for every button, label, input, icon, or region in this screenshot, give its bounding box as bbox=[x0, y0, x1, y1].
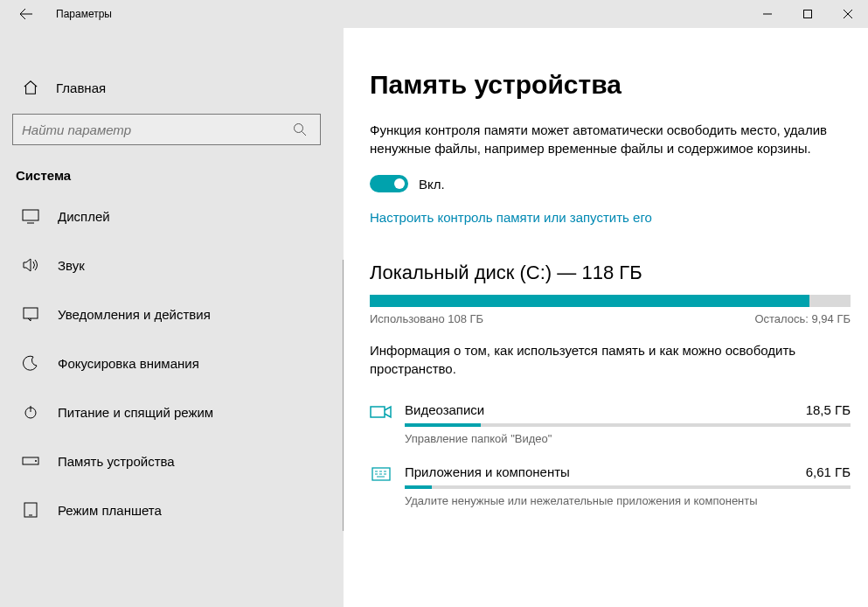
sidebar-item-label: Фокусировка внимания bbox=[58, 356, 199, 371]
moon-icon bbox=[19, 355, 42, 371]
sidebar-item-notifications[interactable]: Уведомления и действия bbox=[12, 290, 321, 338]
category-bar bbox=[405, 423, 851, 427]
used-label: Использовано 108 ГБ bbox=[370, 312, 483, 325]
sidebar-home[interactable]: Главная bbox=[12, 66, 344, 108]
apps-icon bbox=[370, 464, 405, 482]
category-bar-fill bbox=[405, 423, 481, 427]
monitor-icon bbox=[19, 208, 42, 224]
svg-line-3 bbox=[302, 132, 307, 136]
storage-icon bbox=[19, 457, 42, 465]
sidebar-item-label: Память устройства bbox=[58, 454, 175, 469]
storage-category-video[interactable]: Видеозаписи 18,5 ГБ Управление папкой "В… bbox=[370, 402, 851, 445]
local-disk-bar bbox=[370, 295, 851, 307]
storage-breakdown-description: Информация о том, как используется памят… bbox=[370, 341, 824, 378]
back-button[interactable] bbox=[12, 0, 40, 28]
toggle-thumb bbox=[394, 178, 405, 189]
sidebar-item-label: Дисплей bbox=[58, 209, 110, 224]
sidebar-item-label: Питание и спящий режим bbox=[58, 405, 213, 420]
storage-sense-toggle-row: Вкл. bbox=[370, 175, 856, 192]
tablet-icon bbox=[19, 502, 42, 518]
maximize-icon bbox=[803, 10, 812, 18]
category-sub: Управление папкой "Видео" bbox=[405, 432, 851, 445]
minimize-icon bbox=[763, 10, 772, 18]
category-size: 18,5 ГБ bbox=[806, 402, 851, 417]
storage-category-apps[interactable]: Приложения и компоненты 6,61 ГБ Удалите … bbox=[370, 464, 851, 507]
local-disk-title: Локальный диск (C:) — 118 ГБ bbox=[370, 262, 856, 284]
home-icon bbox=[19, 80, 42, 95]
speaker-icon bbox=[19, 257, 42, 273]
notification-icon bbox=[19, 306, 42, 322]
storage-sense-description: Функция контроля памяти может автоматиче… bbox=[370, 121, 851, 157]
sidebar-home-label: Главная bbox=[56, 80, 106, 95]
category-sub: Удалите ненужные или нежелательные прило… bbox=[405, 494, 851, 507]
window-title: Параметры bbox=[56, 8, 112, 20]
close-button[interactable] bbox=[828, 0, 868, 28]
sidebar-section-title: Система bbox=[16, 168, 344, 183]
configure-storage-sense-link[interactable]: Настроить контроль памяти или запустить … bbox=[370, 210, 652, 225]
search-icon bbox=[288, 122, 311, 136]
sidebar-item-label: Режим планшета bbox=[58, 503, 162, 518]
category-size: 6,61 ГБ bbox=[806, 464, 851, 479]
sidebar-item-label: Уведомления и действия bbox=[58, 307, 211, 322]
sidebar: Главная Система Дисплей Звук Уведо bbox=[0, 28, 344, 607]
sidebar-item-power[interactable]: Питание и спящий режим bbox=[12, 387, 321, 436]
minimize-button[interactable] bbox=[747, 0, 788, 28]
storage-sense-toggle[interactable] bbox=[370, 175, 408, 192]
titlebar: Параметры bbox=[0, 0, 868, 28]
search-box[interactable] bbox=[12, 114, 321, 145]
page-title: Память устройства bbox=[370, 70, 856, 100]
search-input[interactable] bbox=[22, 122, 288, 137]
svg-rect-13 bbox=[371, 407, 385, 417]
close-icon bbox=[844, 10, 852, 18]
category-bar-fill bbox=[405, 485, 432, 489]
power-icon bbox=[19, 404, 42, 420]
category-name: Приложения и компоненты bbox=[405, 464, 570, 479]
maximize-button[interactable] bbox=[788, 0, 828, 28]
sidebar-item-sound[interactable]: Звук bbox=[12, 241, 321, 290]
video-icon bbox=[370, 402, 405, 420]
sidebar-item-tablet[interactable]: Режим планшета bbox=[12, 485, 321, 534]
sidebar-item-label: Звук bbox=[58, 258, 85, 273]
sidebar-item-display[interactable]: Дисплей bbox=[12, 192, 321, 241]
svg-point-10 bbox=[35, 460, 37, 462]
main-panel: Память устройства Функция контроля памят… bbox=[344, 28, 868, 607]
svg-rect-1 bbox=[804, 10, 812, 18]
category-bar bbox=[405, 485, 851, 489]
svg-point-2 bbox=[295, 124, 303, 133]
category-name: Видеозаписи bbox=[405, 402, 484, 417]
svg-rect-4 bbox=[23, 210, 38, 220]
sidebar-item-storage[interactable]: Память устройства bbox=[12, 436, 321, 485]
toggle-label: Вкл. bbox=[419, 177, 445, 192]
svg-rect-6 bbox=[24, 308, 38, 318]
free-label: Осталось: 9,94 ГБ bbox=[754, 312, 851, 325]
arrow-left-icon bbox=[19, 7, 33, 21]
sidebar-item-focus[interactable]: Фокусировка внимания bbox=[12, 338, 321, 387]
local-disk-bar-fill bbox=[370, 295, 809, 307]
